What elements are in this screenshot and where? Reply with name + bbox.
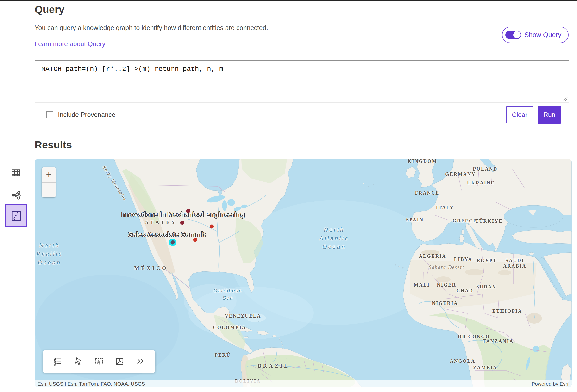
legend-button[interactable] [51, 355, 64, 368]
query-input[interactable]: MATCH path=(n)-[r*..2]->(m) return path,… [35, 61, 569, 102]
zoom-out-button[interactable]: − [42, 183, 56, 197]
pointer-icon [74, 357, 83, 366]
map-point-bright[interactable] [193, 238, 197, 242]
include-provenance-label: Include Provenance [58, 111, 115, 119]
query-page: Query You can query a knowledge graph to… [0, 0, 577, 392]
page-title: Query [35, 4, 65, 15]
map-point-dark[interactable] [186, 209, 190, 213]
select-rectangle-button[interactable] [93, 355, 106, 368]
query-controls: Include Provenance Clear Run [35, 102, 569, 127]
toggle-switch-on[interactable] [505, 31, 521, 39]
select-polygon-button[interactable] [113, 355, 126, 368]
toggle-knob [513, 31, 521, 39]
run-button[interactable]: Run [538, 106, 561, 124]
attribution-sources: Esri, USGS | Esri, TomTom, FAO, NOAA, US… [37, 381, 145, 387]
zoom-control: + − [42, 167, 56, 197]
view-table-button[interactable] [9, 166, 23, 179]
view-graph-button[interactable] [9, 189, 23, 202]
map-point-bright[interactable] [210, 225, 214, 229]
zoom-in-button[interactable]: + [42, 167, 56, 183]
select-rectangle-icon [95, 357, 104, 366]
view-map-button[interactable] [4, 204, 27, 227]
results-title: Results [35, 139, 72, 151]
query-editor: MATCH path=(n)-[r*..2]->(m) return path,… [35, 60, 569, 128]
table-icon [11, 168, 21, 177]
include-provenance-checkbox[interactable] [46, 111, 53, 118]
clear-button[interactable]: Clear [506, 106, 533, 123]
results-map[interactable]: KINGDOMPOLANDGERMANYUKRAINEFRANCEITALYSP… [35, 159, 572, 388]
map-toolbar [43, 350, 155, 373]
legend-icon [53, 357, 62, 366]
show-query-toggle[interactable]: Show Query [502, 27, 569, 43]
map-point-dark[interactable] [180, 221, 184, 225]
query-text: MATCH path=(n)-[r*..2]->(m) return path,… [41, 65, 223, 73]
learn-more-link[interactable]: Learn more about Query [35, 40, 105, 48]
map-point-selected[interactable] [169, 238, 177, 246]
map-attribution: Esri, USGS | Esri, TomTom, FAO, NOAA, US… [35, 380, 572, 388]
page-description: You can query a knowledge graph to ident… [35, 24, 268, 32]
toolbar-expand-button[interactable] [134, 355, 147, 368]
show-query-label: Show Query [524, 31, 561, 39]
pointer-tool-button[interactable] [72, 355, 85, 368]
map-icon [11, 210, 22, 222]
expand-icon [136, 357, 145, 366]
resize-handle-icon[interactable] [562, 95, 568, 102]
select-polygon-icon [115, 357, 124, 366]
attribution-powered-by: Powered by Esri [532, 381, 568, 387]
graph-icon [11, 190, 21, 200]
